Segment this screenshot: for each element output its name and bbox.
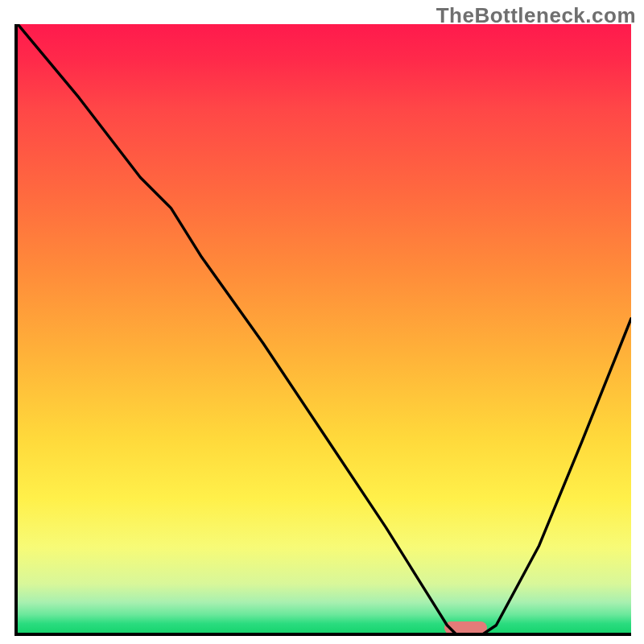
- axes-frame: [14, 24, 631, 636]
- chart-canvas: TheBottleneck.com: [0, 0, 644, 644]
